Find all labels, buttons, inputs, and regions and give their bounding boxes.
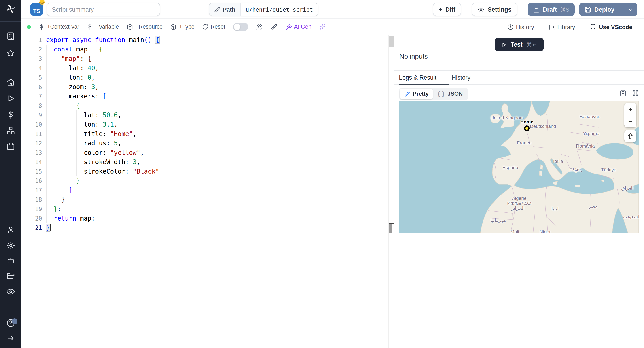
editor-scrollbar[interactable] [388,35,394,348]
code-line[interactable]: 19}; [22,204,394,214]
code-line[interactable]: 3"map": { [22,54,394,64]
overview-ruler-line-mark [389,224,392,233]
folders-icon[interactable] [6,272,15,280]
path-label: Path [223,6,235,13]
path-value[interactable]: u/henri/quiet_script [240,3,318,16]
code-line[interactable]: 21} [22,223,394,232]
map-label: România [576,143,595,148]
settings-button[interactable]: Settings [472,3,518,16]
code-line[interactable]: 13color: "yellow", [22,148,394,158]
resources-boxes-icon[interactable] [6,126,15,135]
pretty-view-button[interactable]: Pretty [400,88,433,99]
workers-bot-icon[interactable] [6,256,15,265]
code-line[interactable]: 8{ [22,101,394,110]
runs-play-icon[interactable] [6,94,15,103]
editor-toolbar: +Context Var +Variable +Resource +Type R… [22,19,644,35]
current-line-highlight [46,259,388,268]
map-label: Niger [540,229,551,233]
code-line[interactable]: 1export async function main() { [22,35,394,45]
windmill-script-editor: TS 👶 Path u/henri/quiet_script ± Diff [0,0,644,348]
gear-icon [478,6,484,13]
reset-button[interactable]: Reset [202,24,225,30]
library-button[interactable]: Library [548,24,575,30]
map-label: السعودية [623,214,639,219]
map-zoom-controls: + − [624,103,636,128]
home-marker[interactable] [524,126,530,131]
sidebar-divider [0,68,22,68]
code-line[interactable]: 7markers: [ [22,92,394,101]
copy-result-icon[interactable] [620,90,626,96]
deploy-dropdown-chevron[interactable] [623,3,637,16]
code-line[interactable]: 15strokeColor: "Black" [22,167,394,176]
tab-logs-result[interactable]: Logs & Result [399,71,436,84]
expand-result-icon[interactable] [632,90,639,96]
schedules-calendar-icon[interactable] [6,142,15,151]
workspace-building-icon[interactable] [6,32,15,41]
map-label: الجزائر [511,205,525,211]
add-context-var-button[interactable]: +Context Var [38,24,80,30]
code-line[interactable]: 11title: "Home", [22,129,394,139]
map-label: ⵍⵣⵣⴰⵢⴻⵔ [507,200,532,206]
draft-shortcut: ⌘S [560,6,569,13]
windmill-logo-icon[interactable] [5,4,16,15]
user-icon[interactable] [6,226,15,234]
ai-sparkles-icon[interactable] [319,23,326,30]
favorites-star-icon[interactable] [6,49,15,58]
multiplayer-toggle[interactable] [233,23,248,31]
variables-dollar-icon[interactable] [6,111,15,119]
use-vscode-button[interactable]: Use VScode [590,23,632,30]
save-icon [584,6,591,13]
map-result[interactable]: United KingdomБеларусьDeutschlandУкраїна… [399,101,639,233]
zoom-in-button[interactable]: + [624,103,636,116]
json-view-button[interactable]: { } JSON [433,88,467,99]
add-type-button[interactable]: +Type [170,24,194,30]
code-line[interactable]: 14strokeWidth: 3, [22,158,394,167]
help-notification-badge [12,318,18,324]
add-variable-button[interactable]: +Variable [87,24,119,30]
ai-gen-button[interactable]: AI Gen [285,24,312,30]
code-line[interactable]: 12radius: 5, [22,139,394,148]
code-line[interactable]: 17] [22,186,394,195]
test-shortcut: ⌘↵ [526,41,538,48]
add-resource-button[interactable]: +Resource [126,24,162,30]
home-marker-label: Home [520,119,533,124]
map-label: Беларусь [580,114,600,119]
audit-eye-icon[interactable] [6,287,15,296]
code-line[interactable]: 18} [22,195,394,204]
code-line[interactable]: 10lon: 3.1, [22,120,394,129]
active-tab-underline [399,84,448,85]
code-line[interactable]: 6zoom: 3, [22,82,394,92]
map-label: مصر [588,204,598,209]
expand-sidebar-arrow-icon[interactable] [6,334,15,342]
users-icon[interactable] [256,23,263,30]
plus-minus-icon: ± [438,6,442,13]
home-icon[interactable] [6,78,15,87]
map-label: العراق [621,185,634,190]
settings-gear-icon[interactable] [6,241,15,250]
code-line[interactable]: 16} [22,176,394,186]
test-button[interactable]: Test ⌘↵ [495,38,544,51]
tab-history[interactable]: History [452,71,470,84]
history-button[interactable]: History [507,24,534,30]
code-line[interactable]: 20return map; [22,214,394,223]
code-line[interactable]: 4lat: 40, [22,64,394,73]
scrollbar-thumb[interactable] [389,36,394,47]
code-editor[interactable]: 1export async function main() {2const ma… [22,35,394,348]
draft-button[interactable]: Draft ⌘S [528,3,575,16]
save-icon [533,6,540,13]
map-label: United Kingdom [490,115,524,120]
zoom-out-button[interactable]: − [624,116,636,128]
top-bar: TS 👶 Path u/henri/quiet_script ± Diff [22,0,644,19]
map-label: Ελλάς [569,167,582,172]
code-line[interactable]: 9lat: 50.6, [22,110,394,120]
format-brush-icon[interactable] [270,23,278,30]
code-line[interactable]: 2const map = { [22,45,394,54]
script-summary-input[interactable] [46,3,160,16]
result-tabs: Logs & Result History [394,71,644,84]
deploy-button[interactable]: Deploy [579,3,637,16]
map-compass-button[interactable] [624,130,636,142]
diff-button[interactable]: ± Diff [433,3,461,16]
code-line[interactable]: 5lon: 0, [22,73,394,82]
braces-icon: { } [438,91,445,97]
path-chip[interactable]: Path u/henri/quiet_script [209,3,318,16]
